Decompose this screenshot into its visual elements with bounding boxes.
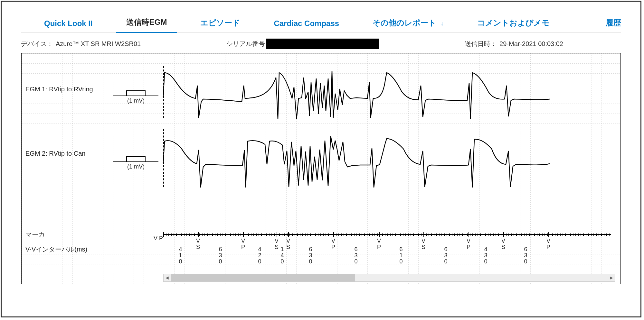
tab-cardiac-compass[interactable]: Cardiac Compass	[263, 16, 349, 32]
egm1-label: EGM 1: RVtip to RVring	[25, 86, 93, 93]
device-label: デバイス：	[21, 40, 53, 48]
tab-quick-look[interactable]: Quick Look II	[34, 16, 103, 32]
tab-episode[interactable]: エピソード	[190, 15, 251, 32]
device-info-bar: デバイス： Azure™ XT SR MRI W2SR01 シリアル番号 送信日…	[21, 33, 621, 53]
interval-value: 4 3 0	[484, 246, 488, 265]
interval-value: 6 1 0	[399, 246, 403, 265]
tab-comments[interactable]: コメントおよびメモ	[467, 15, 560, 32]
tab-other-reports[interactable]: その他のレポート ↓	[362, 15, 454, 32]
report-tabs: Quick Look II 送信時EGM エピソード Cardiac Compa…	[21, 14, 621, 33]
egm1-waveform	[163, 63, 611, 127]
tab-other-reports-label: その他のレポート	[373, 18, 436, 27]
horizontal-scrollbar[interactable]: ◄ ►	[163, 274, 615, 282]
interval-value: 6 3 0	[219, 246, 222, 265]
chevron-down-icon: ↓	[439, 20, 444, 27]
egm2-label: EGM 2: RVtip to Can	[25, 150, 85, 157]
egm1-scale-text: (1 mV)	[127, 97, 145, 104]
transmission-time-label: 送信日時：	[465, 40, 497, 48]
marker-vp: V P	[331, 238, 335, 250]
interval-value: 1 4 0	[280, 246, 284, 265]
marker-axis: V SV PV SV SV PV PV SV PV SV P4 1 06 3 0…	[163, 234, 611, 235]
serial-label: シリアル番号	[226, 40, 265, 48]
egm2-scale-text: (1 mV)	[127, 163, 145, 170]
interval-label: V-Vインターバル(ms)	[25, 245, 87, 254]
marker-label: マーカ	[25, 230, 45, 239]
interval-value: 6 3 0	[309, 246, 312, 265]
egm1-scale: (1 mV)	[113, 90, 158, 104]
marker-vp: V P	[377, 238, 381, 250]
interval-value: 4 2 0	[258, 246, 261, 265]
egm2-waveform	[163, 126, 611, 197]
tab-transmission-egm[interactable]: 送信時EGM	[116, 14, 177, 33]
marker-vp: V P	[546, 238, 550, 250]
marker-vs: V S	[286, 238, 290, 250]
scrollbar-thumb[interactable]	[171, 274, 355, 281]
marker-vp: V P	[241, 238, 245, 250]
interval-value: 4 1 0	[179, 246, 182, 265]
tab-history[interactable]: 履歴	[595, 15, 621, 32]
marker-vs: V S	[421, 238, 425, 250]
scroll-left-icon[interactable]: ◄	[164, 275, 171, 281]
device-model: Azure™ XT SR MRI W2SR01	[56, 40, 141, 48]
marker-vp: V P	[467, 238, 470, 250]
interval-value: 6 3 0	[524, 246, 527, 265]
marker-vs: V S	[196, 238, 200, 250]
marker-vs: V S	[501, 238, 505, 250]
marker-vs: V S	[275, 238, 279, 250]
scroll-right-icon[interactable]: ►	[608, 275, 615, 281]
transmission-time-value: 29-Mar-2021 00:03:02	[499, 40, 563, 48]
egm2-scale: (1 mV)	[113, 156, 158, 170]
interval-value: 6 3 0	[354, 246, 358, 265]
egm-strip-chart: EGM 1: RVtip to RVring (1 mV) EGM 2: RVt…	[21, 53, 621, 284]
serial-redacted	[266, 39, 379, 49]
interval-value: 6 3 0	[444, 246, 448, 265]
marker-vp-left: V P	[154, 235, 164, 242]
